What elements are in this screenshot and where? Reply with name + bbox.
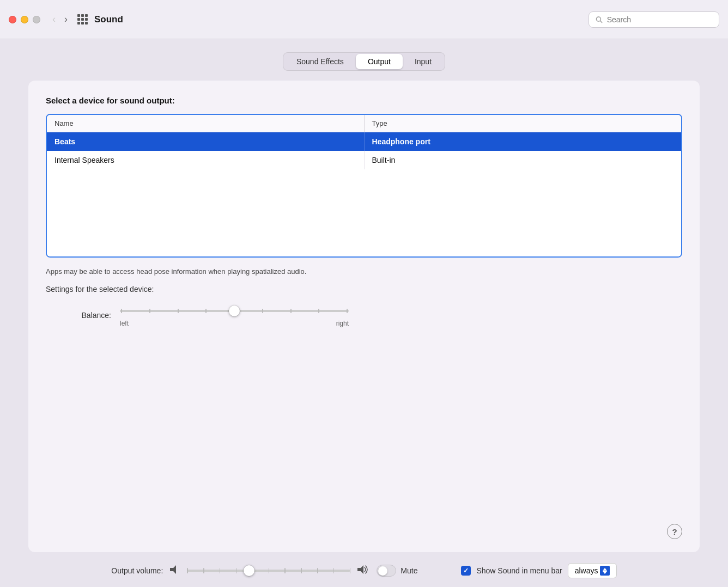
vol-tick [350,568,351,573]
volume-row: Output volume: [111,564,417,578]
arrow-up-icon [603,568,607,571]
vol-tick [301,568,302,573]
slider-tick [347,309,348,313]
grid-dot [81,22,84,25]
table-row[interactable]: Beats Headphone port [47,132,681,151]
info-text: Apps may be able to access head pose inf… [46,266,682,277]
grid-dot [85,14,88,17]
forward-button[interactable]: › [61,11,71,27]
vol-tick [269,568,270,573]
tab-sound-effects[interactable]: Sound Effects [284,54,356,69]
svg-marker-2 [170,565,176,574]
balance-slider-container: left right [120,303,349,327]
volume-slider-track[interactable] [187,570,350,572]
device-type-beats: Headphone port [365,132,682,151]
slider-tick [205,309,207,313]
device-type-internal: Built-in [365,151,682,169]
grid-dot [77,14,80,17]
vol-tick [333,568,335,573]
titlebar: ‹ › Sound [0,0,728,39]
always-dropdown-value: always [575,566,598,575]
slider-tick [121,309,122,313]
mute-label: Mute [401,566,417,575]
always-dropdown[interactable]: always [568,563,617,578]
table-empty-area [47,169,681,256]
header-type: Type [365,115,682,132]
nav-buttons: ‹ › [49,11,71,27]
mute-container: Mute [377,565,417,577]
toggle-knob [378,566,387,576]
grid-dot [77,18,80,21]
grid-dot [77,22,80,25]
vol-tick [220,568,221,573]
device-table: Name Type Beats Headphone port Internal … [46,114,682,258]
volume-ticks [187,570,350,572]
grid-dot [81,14,84,17]
dropdown-arrow-icon [600,566,610,576]
balance-right-label: right [336,320,349,327]
checkbox-checkmark: ✓ [463,567,469,574]
settings-label: Settings for the selected device: [46,285,682,294]
balance-slider-thumb[interactable] [229,305,240,316]
vol-tick [203,568,204,573]
output-panel: Select a device for sound output: Name T… [28,81,700,552]
vol-tick [284,568,286,573]
arrow-down-icon [603,571,607,574]
device-name-internal: Internal Speakers [47,151,365,169]
volume-slider-thumb[interactable] [244,565,254,576]
section-title: Select a device for sound output: [46,96,682,105]
slider-tick [318,309,319,313]
mute-toggle[interactable] [377,565,396,577]
table-row[interactable]: Internal Speakers Built-in [47,151,681,169]
grid-dot [85,22,88,25]
balance-slider-track[interactable] [120,310,349,312]
volume-low-icon [169,565,180,577]
menu-bar-row: ✓ Show Sound in menu bar always [461,563,616,578]
traffic-lights [9,16,40,23]
grid-dot [81,18,84,21]
window-title: Sound [94,14,589,25]
header-name: Name [47,115,365,132]
tab-output[interactable]: Output [356,54,403,69]
slider-tick [290,309,292,313]
back-button[interactable]: ‹ [49,11,59,27]
vol-tick [187,568,188,573]
slider-tick [149,309,150,313]
minimize-button[interactable] [21,16,28,23]
show-sound-checkbox[interactable]: ✓ [461,566,471,576]
slider-tick [262,309,263,313]
balance-left-label: left [120,320,129,327]
vol-tick [317,568,318,573]
balance-slider-labels: left right [120,320,349,327]
table-header: Name Type [47,115,681,132]
output-volume-label: Output volume: [111,566,163,575]
balance-row: Balance: [46,303,682,327]
show-sound-label: Show Sound in menu bar [476,566,562,575]
close-button[interactable] [9,16,16,23]
main-content: Sound Effects Output Input Select a devi… [0,39,728,552]
volume-high-icon [357,564,370,578]
search-input[interactable] [607,15,712,24]
slider-tick [178,309,179,313]
grid-dot [85,18,88,21]
zoom-button[interactable] [33,16,40,23]
vol-tick [236,568,237,573]
tab-input[interactable]: Input [403,54,444,69]
svg-marker-3 [357,565,363,574]
search-box[interactable] [589,11,719,28]
device-name-beats: Beats [47,132,365,151]
search-icon [596,16,603,23]
help-button[interactable]: ? [667,524,682,539]
tabs-container: Sound Effects Output Input [283,52,445,71]
bottom-bar: Output volume: [0,552,728,587]
balance-label: Balance: [68,311,111,320]
svg-line-1 [600,21,602,22]
app-grid-button[interactable] [77,14,88,25]
